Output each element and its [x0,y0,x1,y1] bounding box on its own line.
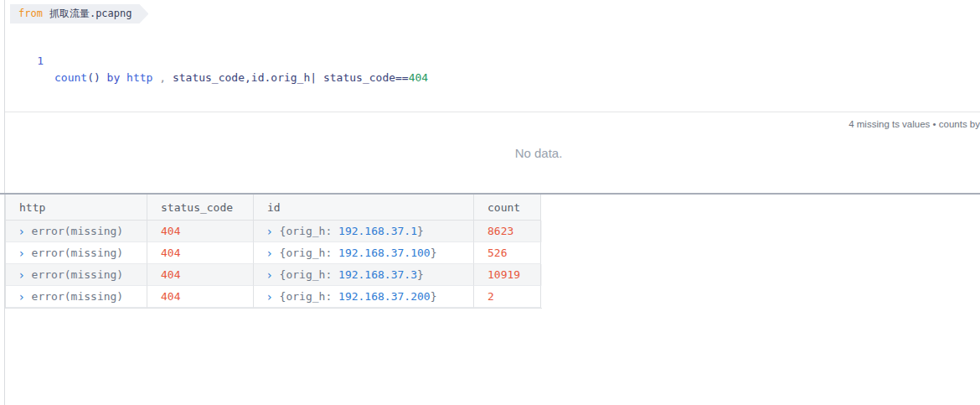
id-record-close-brace: } [431,290,437,303]
count-value[interactable]: 526 [487,247,507,259]
id-record-close-brace: } [431,247,437,259]
source-file-name: 抓取流量.pcapng [49,4,132,23]
query-code-line[interactable]: 1 count() by http , status_code,id.orig_… [5,36,980,53]
query-editor[interactable]: from 抓取流量.pcapng 1 count() by http , sta… [5,0,980,112]
id-record-open-brace: {orig_h: [280,290,338,303]
count-value[interactable]: 10919 [487,268,520,281]
expand-chevron-icon[interactable]: › [267,291,272,303]
http-error-value[interactable]: error(missing) [32,268,124,281]
query-token-pipe: | [310,71,323,84]
table-header-row: httpstatus_codeidcount [6,195,542,221]
expand-chevron-icon[interactable]: › [267,247,272,259]
query-token-fields: status_code,id.orig_h [173,71,310,84]
cell-count[interactable]: 526 [474,242,541,264]
status-code-value[interactable]: 404 [161,247,180,259]
from-keyword: from [18,4,43,23]
no-data-message: No data. [472,146,606,160]
orig-h-ip-value[interactable]: 192.168.37.200 [338,290,431,303]
cell-status-code[interactable]: 404 [147,242,254,264]
query-token-function: count [54,71,87,84]
column-header-id[interactable]: id [254,195,474,221]
id-record-close-brace: } [417,225,424,237]
cell-count[interactable]: 10919 [474,264,541,286]
cell-status-code[interactable]: 404 [147,264,254,286]
query-token-punct: , [152,71,172,84]
orig-h-ip-value[interactable]: 192.168.37.1 [338,225,417,237]
id-record-open-brace: {orig_h: [280,247,338,259]
column-header-http[interactable]: http [6,195,147,221]
query-token-number: 404 [409,71,428,84]
chart-status-note: 4 missing ts values • counts by [848,119,980,129]
id-record-close-brace: } [417,268,424,281]
http-error-value[interactable]: error(missing) [32,247,124,259]
column-header-status_code[interactable]: status_code [147,195,254,221]
status-code-value[interactable]: 404 [161,225,180,237]
line-number: 1 [32,53,44,70]
count-value[interactable]: 2 [487,290,494,303]
zui-app-window: from 抓取流量.pcapng 1 count() by http , sta… [0,0,980,405]
cell-http[interactable]: ›error(missing) [6,221,147,242]
expand-chevron-icon[interactable]: › [267,226,272,237]
cell-http[interactable]: ›error(missing) [6,264,147,286]
orig-h-ip-value[interactable]: 192.168.37.3 [338,268,417,281]
id-record-open-brace: {orig_h: [280,268,338,281]
table-row: ›error(missing)404›{orig_h: 192.168.37.1… [6,221,542,242]
from-source-pill[interactable]: from 抓取流量.pcapng [10,4,148,23]
cell-id[interactable]: ›{orig_h: 192.168.37.100} [254,242,474,264]
status-code-value[interactable]: 404 [161,290,180,303]
expand-chevron-icon[interactable]: › [19,291,24,303]
cell-id[interactable]: ›{orig_h: 192.168.37.200} [254,286,474,308]
http-error-value[interactable]: error(missing) [32,225,124,237]
table-row: ›error(missing)404›{orig_h: 192.168.37.1… [6,242,542,264]
query-token-paren: () [87,71,101,84]
column-header-count[interactable]: count [474,195,541,221]
table-body: ›error(missing)404›{orig_h: 192.168.37.1… [6,221,542,308]
table-row: ›error(missing)404›{orig_h: 192.168.37.2… [6,286,542,308]
table-row: ›error(missing)404›{orig_h: 192.168.37.3… [6,264,542,286]
expand-chevron-icon[interactable]: › [19,247,24,259]
count-value[interactable]: 8623 [487,225,513,237]
query-tokens: count() by http , status_code,id.orig_h|… [54,70,428,86]
cell-id[interactable]: ›{orig_h: 192.168.37.3} [254,264,474,286]
query-token-field: http [126,71,152,84]
status-code-value[interactable]: 404 [161,268,180,281]
cell-id[interactable]: ›{orig_h: 192.168.37.1} [254,221,474,242]
cell-http[interactable]: ›error(missing) [6,286,147,308]
expand-chevron-icon[interactable]: › [19,226,24,237]
editor-results-divider [5,112,980,112]
query-token-keyword: by [101,71,126,84]
id-record-open-brace: {orig_h: [280,225,338,237]
orig-h-ip-value[interactable]: 192.168.37.100 [338,247,431,259]
expand-chevron-icon[interactable]: › [267,269,272,281]
expand-chevron-icon[interactable]: › [19,269,24,281]
http-error-value[interactable]: error(missing) [32,290,124,303]
cell-status-code[interactable]: 404 [147,221,254,242]
query-token-fields: status_code [323,71,395,84]
cell-count[interactable]: 2 [474,286,541,308]
cell-status-code[interactable]: 404 [147,286,254,308]
query-token-op: == [395,71,409,84]
cell-http[interactable]: ›error(missing) [6,242,147,264]
cell-count[interactable]: 8623 [474,221,541,242]
results-table: httpstatus_codeidcount ›error(missing)40… [5,195,542,309]
